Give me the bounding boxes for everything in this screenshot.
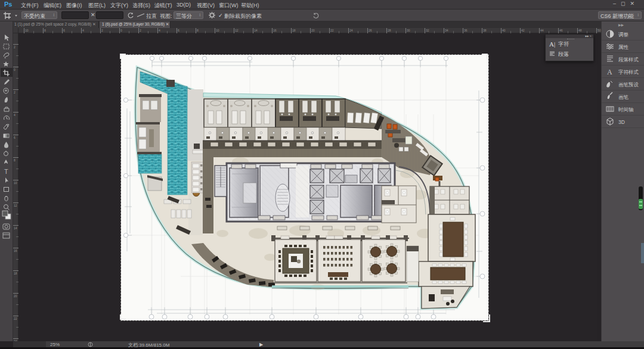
svg-text:A: A [607,68,612,76]
svg-text:T: T [4,168,8,175]
